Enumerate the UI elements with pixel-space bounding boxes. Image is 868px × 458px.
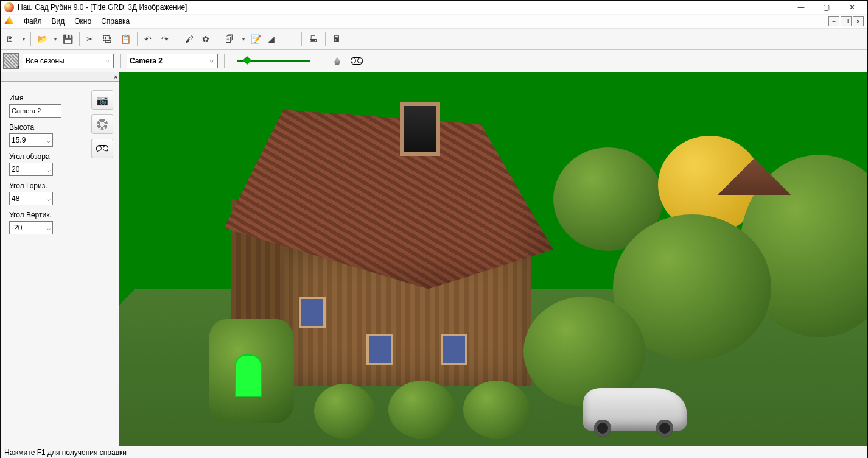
- glasses-icon: [351, 57, 363, 65]
- gear-icon: [97, 119, 108, 130]
- calculator-icon: 🖩: [332, 34, 342, 44]
- hangle-label: Угол Гориз.: [9, 181, 85, 190]
- season-slider[interactable]: [237, 60, 310, 62]
- redo-icon: ↷: [161, 34, 171, 44]
- drop-button[interactable]: [282, 31, 298, 47]
- mdi-minimize-button[interactable]: –: [828, 16, 839, 26]
- new-document-icon: 🗎: [5, 34, 15, 44]
- name-input[interactable]: [9, 104, 61, 118]
- chevron-down-icon: ⌵: [206, 55, 216, 66]
- calculator-button[interactable]: 🖩: [329, 31, 345, 47]
- hangle-input[interactable]: 48: [9, 192, 53, 205]
- mdi-restore-button[interactable]: ❐: [841, 16, 852, 26]
- panel-close-button[interactable]: ×: [1, 72, 119, 82]
- flower-button[interactable]: ✿: [199, 31, 215, 47]
- edit-icon: 📝: [251, 34, 261, 44]
- house-window: [299, 297, 326, 328]
- garden-gate: [235, 354, 262, 397]
- app-window: Наш Сад Рубин 9.0 - [Title.GRD: 3Д Изобр…: [0, 0, 868, 458]
- main-toolbar: 🗎 📂 💾 ✂ ⿻ 📋 ↶ ↷ 🖌 ✿ 🗐 📝 ◢ 🖶 🖩: [1, 29, 867, 50]
- fov-input[interactable]: 20: [9, 163, 53, 176]
- water-drop-icon: [334, 57, 340, 65]
- season-select-value: Все сезоны: [26, 57, 65, 65]
- menubar: Файл Вид Окно Справка – ❐ ×: [1, 15, 867, 29]
- titlebar: Наш Сад Рубин 9.0 - [Title.GRD: 3Д Изобр…: [1, 1, 867, 15]
- side-tool-buttons: 📷: [89, 85, 115, 239]
- body-area: × Имя Высота 15.9 Угол обзора 20 Угол Го…: [1, 72, 867, 446]
- camera-properties: Имя Высота 15.9 Угол обзора 20 Угол Гори…: [4, 85, 89, 239]
- vangle-label: Угол Вертик.: [9, 211, 85, 219]
- clipboard-button[interactable]: 🗐: [223, 31, 247, 47]
- brush-button[interactable]: 🖌: [182, 31, 198, 47]
- clipboard-icon: 🗐: [225, 34, 235, 44]
- settings-tool-button[interactable]: [91, 114, 113, 134]
- toolbar-separator: [137, 32, 138, 46]
- fov-value: 20: [12, 165, 19, 174]
- toolbar-separator: [178, 32, 178, 46]
- menu-view[interactable]: Вид: [47, 16, 70, 27]
- edit-button[interactable]: 📝: [248, 31, 264, 47]
- toolbar-separator: [224, 54, 225, 68]
- toolbar-separator: [79, 32, 80, 46]
- close-button[interactable]: ✕: [841, 1, 864, 13]
- shade-icon: ◢: [268, 34, 278, 44]
- mdi-window-buttons: – ❐ ×: [828, 16, 864, 26]
- paste-icon: 📋: [121, 34, 130, 44]
- vangle-input[interactable]: -20: [9, 221, 53, 234]
- texture-dropdown-button[interactable]: [3, 53, 19, 69]
- save-button[interactable]: 💾: [60, 31, 75, 47]
- height-label: Высота: [9, 123, 85, 132]
- window-buttons: — ▢ ✕: [789, 1, 864, 13]
- glasses-icon: [96, 145, 108, 152]
- chimney: [404, 106, 436, 152]
- print-button[interactable]: 🖶: [306, 31, 321, 47]
- window-title: Наш Сад Рубин 9.0 - [Title.GRD: 3Д Изобр…: [18, 3, 789, 12]
- chevron-down-icon: ⌵: [102, 55, 112, 66]
- season-select[interactable]: Все сезоны ⌵: [23, 54, 114, 68]
- open-folder-icon: 📂: [37, 34, 47, 44]
- bush: [314, 384, 375, 439]
- mdi-close-button[interactable]: ×: [853, 16, 864, 26]
- glasses-button[interactable]: [349, 53, 365, 69]
- copy-icon: ⿻: [103, 34, 113, 44]
- redo-button[interactable]: ↷: [158, 31, 174, 47]
- menu-file[interactable]: Файл: [19, 16, 47, 27]
- camera-tool-button[interactable]: 📷: [91, 90, 113, 110]
- new-button[interactable]: 🗎: [3, 31, 27, 47]
- bush: [463, 381, 530, 439]
- shade-button[interactable]: ◢: [265, 31, 281, 47]
- statusbar: Нажмите F1 для получения справки: [1, 446, 867, 458]
- side-panel: × Имя Высота 15.9 Угол обзора 20 Угол Го…: [1, 72, 119, 446]
- fov-label: Угол обзора: [9, 152, 85, 161]
- status-text: Нажмите F1 для получения справки: [4, 448, 127, 457]
- 3d-viewport[interactable]: [119, 72, 867, 446]
- slider-thumb[interactable]: [243, 56, 251, 65]
- copy-button[interactable]: ⿻: [100, 31, 116, 47]
- view-toolbar: Все сезоны ⌵ Camera 2 ⌵: [1, 50, 867, 72]
- maximize-button[interactable]: ▢: [815, 1, 838, 13]
- minimize-button[interactable]: —: [789, 1, 813, 13]
- camera-select-value: Camera 2: [130, 57, 163, 65]
- save-icon: 💾: [63, 34, 72, 44]
- cut-button[interactable]: ✂: [83, 31, 99, 47]
- toolbar-separator: [219, 32, 219, 46]
- open-button[interactable]: 📂: [35, 31, 58, 47]
- name-label: Имя: [9, 94, 85, 102]
- car: [583, 388, 687, 431]
- menu-window[interactable]: Окно: [69, 16, 96, 27]
- vangle-value: -20: [12, 224, 22, 232]
- undo-button[interactable]: ↶: [141, 31, 157, 47]
- height-value: 15.9: [12, 136, 26, 144]
- height-input[interactable]: 15.9: [9, 133, 53, 147]
- toolbar-separator: [120, 54, 121, 68]
- app-icon: [4, 2, 14, 12]
- camera-select[interactable]: Camera 2 ⌵: [127, 54, 218, 68]
- hangle-value: 48: [12, 194, 19, 203]
- camera-icon: 📷: [96, 94, 108, 106]
- cut-icon: ✂: [86, 34, 96, 44]
- menu-help[interactable]: Справка: [96, 16, 135, 27]
- water-tool-button[interactable]: [329, 53, 345, 69]
- paste-button[interactable]: 📋: [117, 31, 133, 47]
- panel-content: Имя Высота 15.9 Угол обзора 20 Угол Гори…: [1, 82, 119, 243]
- view-tool-button[interactable]: [91, 139, 113, 158]
